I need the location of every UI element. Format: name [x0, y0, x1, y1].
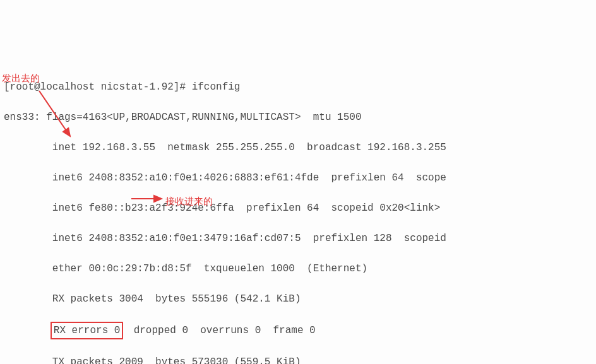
ens33-rx-packets: RX packets 3004 bytes 555196 (542.1 KiB) [4, 291, 592, 307]
annotation-incoming: 接收进来的 [165, 194, 213, 209]
indent [4, 325, 52, 336]
ens33-inet6c: inet6 2408:8352:a10:f0e1:3479:16af:cd07:… [4, 231, 592, 246]
terminal-output: [root@localhost nicstat-1.92]# ifconfig … [4, 64, 592, 364]
rx-errors-highlight: RX errors 0 [51, 322, 124, 339]
ens33-rx-errors-line: RX errors 0 dropped 0 overruns 0 frame 0 [4, 322, 592, 339]
iface-flags: flags=4163<UP,BROADCAST,RUNNING,MULTICAS… [40, 112, 362, 123]
ens33-tx-packets: TX packets 2009 bytes 573030 (559.5 KiB) [4, 355, 592, 364]
rx-errors-text: RX errors 0 [54, 325, 121, 336]
rx-errors-tail: dropped 0 overruns 0 frame 0 [121, 325, 315, 336]
prompt-line: [root@localhost nicstat-1.92]# ifconfig [4, 79, 592, 95]
ens33-inet6a: inet6 2408:8352:a10:f0e1:4026:6883:ef61:… [4, 170, 592, 185]
ens33-ether: ether 00:0c:29:7b:d8:5f txqueuelen 1000 … [4, 261, 592, 276]
ens33-header: ens33: flags=4163<UP,BROADCAST,RUNNING,M… [4, 110, 592, 125]
annotation-outgoing: 发出去的 [2, 71, 40, 86]
command: ifconfig [192, 81, 241, 93]
iface-name: ens33: [4, 112, 40, 123]
ens33-inet6b: inet6 fe80::b23:a2f3:924e:6ffa prefixlen… [4, 201, 592, 216]
ens33-inet: inet 192.168.3.55 netmask 255.255.255.0 … [4, 140, 592, 155]
